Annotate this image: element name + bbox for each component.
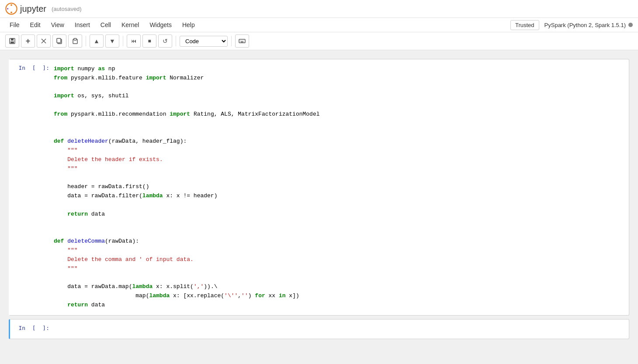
cell-2-prompt: In [ ]: <box>10 323 54 333</box>
copy-icon <box>56 38 63 45</box>
svg-rect-5 <box>11 38 14 41</box>
arrow-up-icon: ▲ <box>94 38 100 45</box>
plus-icon: + <box>26 37 31 46</box>
cell-2-row: In [ ]: <box>10 323 629 335</box>
menu-insert[interactable]: Insert <box>70 20 94 30</box>
save-icon <box>9 38 16 45</box>
kernel-status-dot <box>628 23 633 27</box>
cell-1-prompt: In [ ]: <box>10 63 54 73</box>
restart-button[interactable]: ↺ <box>158 34 172 48</box>
toolbar-separator-2 <box>123 36 123 46</box>
save-button[interactable] <box>5 34 19 48</box>
menu-widgets[interactable]: Widgets <box>145 20 176 30</box>
move-down-button[interactable]: ▼ <box>105 34 119 48</box>
app-title: jupyter <box>20 4 46 14</box>
cell-2-content <box>54 323 629 335</box>
paste-button[interactable] <box>68 34 82 48</box>
notebook-area: In [ ]: import numpy as np from pyspark.… <box>0 50 638 351</box>
jupyter-icon <box>5 3 17 15</box>
keyboard-icon <box>239 38 246 45</box>
toolbar-separator-3 <box>176 36 176 46</box>
cut-icon <box>40 38 47 45</box>
svg-point-1 <box>10 4 12 6</box>
cell-1-content: import numpy as np from pyspark.mllib.fe… <box>54 63 629 312</box>
svg-rect-10 <box>57 38 61 43</box>
add-cell-button[interactable]: + <box>21 34 35 48</box>
kernel-name: PySpark (Python 2, Spark 1.5.1) <box>544 22 626 28</box>
menu-file[interactable]: File <box>5 20 24 30</box>
cell-2-input[interactable] <box>54 325 629 333</box>
menu-edit[interactable]: Edit <box>26 20 45 30</box>
svg-rect-6 <box>10 41 14 43</box>
fast-forward-icon: ⏮ <box>131 38 136 44</box>
cell-type-select[interactable]: Code Markdown Raw NBConvert Heading <box>180 36 228 47</box>
refresh-icon: ↺ <box>163 38 168 45</box>
topbar: jupyter (autosaved) <box>0 0 638 18</box>
paste-icon <box>72 38 79 45</box>
stop-icon: ■ <box>148 38 151 44</box>
menu-kernel[interactable]: Kernel <box>117 20 143 30</box>
svg-point-3 <box>7 8 8 9</box>
trusted-button[interactable]: Trusted <box>510 20 539 30</box>
autosaved-label: (autosaved) <box>52 6 82 12</box>
cell-2[interactable]: In [ ]: <box>9 319 629 339</box>
copy-button[interactable] <box>52 34 66 48</box>
run-first-button[interactable]: ⏮ <box>127 34 141 48</box>
toolbar-separator-4 <box>231 36 232 46</box>
cell-1-row: In [ ]: import numpy as np from pyspark.… <box>10 63 629 312</box>
menu-cell[interactable]: Cell <box>96 20 115 30</box>
move-up-button[interactable]: ▲ <box>90 34 104 48</box>
cut-button[interactable] <box>37 34 51 48</box>
kernel-info: PySpark (Python 2, Spark 1.5.1) <box>544 22 633 28</box>
svg-point-2 <box>10 11 12 13</box>
stop-button[interactable]: ■ <box>142 34 156 48</box>
menu-view[interactable]: View <box>47 20 69 30</box>
arrow-down-icon: ▼ <box>109 38 115 45</box>
cell-1-code[interactable]: import numpy as np from pyspark.mllib.fe… <box>54 65 629 310</box>
cell-1[interactable]: In [ ]: import numpy as np from pyspark.… <box>9 59 629 316</box>
menu-help[interactable]: Help <box>178 20 199 30</box>
menu-right: Trusted PySpark (Python 2, Spark 1.5.1) <box>510 20 633 30</box>
menu-items: File Edit View Insert Cell Kernel Widget… <box>5 20 199 30</box>
toolbar: + ▲ ▼ ⏮ ■ ↺ Code Markdown Raw NBC <box>0 32 638 50</box>
svg-rect-12 <box>74 38 76 40</box>
toolbar-separator-1 <box>86 36 86 46</box>
svg-rect-13 <box>239 39 245 43</box>
jupyter-logo: jupyter <box>5 3 46 15</box>
menubar: File Edit View Insert Cell Kernel Widget… <box>0 18 638 32</box>
keyboard-shortcut-button[interactable] <box>235 34 249 48</box>
